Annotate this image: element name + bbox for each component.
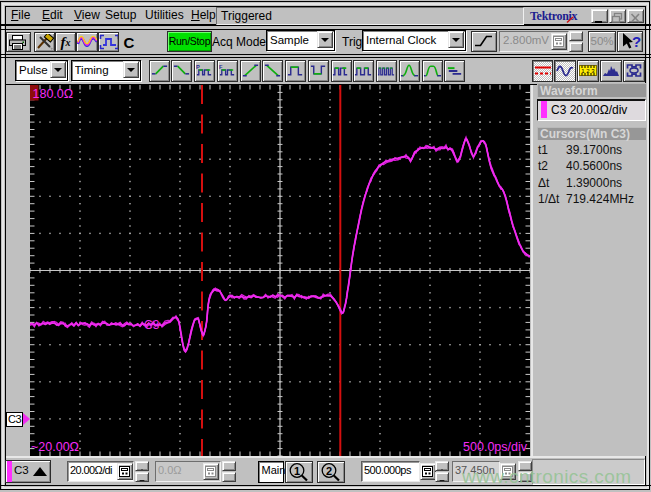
svg-text:180.0Ω: 180.0Ω (33, 87, 74, 101)
svg-text:P: P (196, 64, 200, 70)
svg-text:2: 2 (326, 464, 332, 476)
svg-text:~20.00Ω: ~20.00Ω (31, 440, 79, 454)
svg-text:1: 1 (294, 464, 300, 476)
svg-text:F: F (219, 64, 223, 70)
svg-text:?: ? (632, 33, 641, 50)
svg-text:1 2 3: 1 2 3 (582, 68, 596, 74)
svg-text:Tektronix: Tektronix (530, 8, 578, 22)
svg-text:500.0ps/div: 500.0ps/div (463, 440, 528, 454)
svg-text:C3: C3 (144, 318, 160, 332)
